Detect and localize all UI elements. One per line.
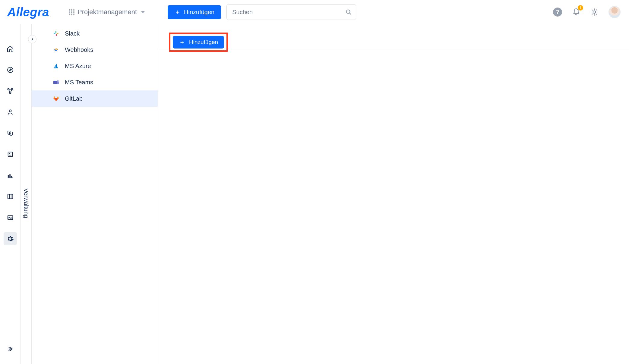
integrations-sidebar: Slack Webhooks MS Azure T MS Teams GitLa… — [31, 24, 158, 364]
kanban-icon — [7, 193, 14, 200]
rail-network[interactable] — [4, 84, 17, 98]
sidebar-item-slack[interactable]: Slack — [32, 25, 158, 42]
svg-marker-12 — [9, 69, 11, 71]
svg-point-36 — [57, 80, 59, 82]
rail-user[interactable] — [4, 105, 17, 119]
chevrons-right-icon — [7, 346, 14, 352]
nodes-icon — [7, 87, 14, 95]
sidebar-item-msazure[interactable]: MS Azure — [32, 58, 158, 74]
svg-line-1 — [349, 13, 351, 14]
header-add-button[interactable]: ＋ Hinzufügen — [168, 5, 221, 19]
sidebar-item-label: Slack — [65, 30, 80, 37]
panel-title-container: Verwaltung — [21, 24, 31, 364]
person-icon — [7, 108, 14, 116]
home-icon — [7, 45, 14, 52]
notifications-button[interactable]: 1 — [571, 7, 581, 17]
gitlab-icon — [52, 95, 60, 102]
main-add-label: Hinzufügen — [189, 39, 218, 46]
sidebar-item-label: MS Teams — [65, 79, 93, 86]
sidebar-item-label: Webhooks — [65, 46, 93, 53]
help-button[interactable]: ? — [552, 6, 563, 18]
sidebar-item-webhooks[interactable]: Webhooks — [32, 42, 158, 58]
sidebar-item-label: GitLab — [65, 95, 83, 102]
rail-chart[interactable] — [4, 169, 17, 182]
module-switcher-label: Projektmanagement — [77, 8, 137, 16]
webhooks-icon — [52, 46, 60, 54]
svg-line-7 — [592, 10, 593, 10]
svg-rect-23 — [8, 177, 13, 178]
msteams-icon: T — [52, 78, 60, 86]
search-container — [226, 4, 356, 20]
bar-chart-icon — [7, 172, 14, 179]
svg-rect-29 — [55, 31, 56, 33]
svg-rect-31 — [56, 34, 57, 36]
rail-home[interactable] — [4, 42, 17, 55]
search-input[interactable] — [226, 4, 356, 20]
rail-expand[interactable] — [4, 342, 17, 356]
plus-icon: ＋ — [174, 9, 181, 15]
image-icon — [7, 214, 14, 221]
avatar — [608, 6, 621, 18]
theme-toggle-button[interactable] — [589, 7, 599, 17]
svg-point-16 — [9, 110, 11, 112]
chevron-down-icon — [141, 11, 145, 13]
svg-line-10 — [596, 10, 597, 10]
compass-icon — [7, 66, 14, 74]
header-actions: ? 1 — [552, 5, 622, 19]
svg-point-2 — [593, 11, 596, 14]
rail-board[interactable] — [4, 190, 17, 203]
svg-rect-24 — [8, 194, 13, 199]
help-icon: ? — [553, 8, 562, 17]
svg-marker-41 — [57, 96, 59, 98]
svg-rect-20 — [8, 175, 9, 177]
theater-icon — [7, 130, 14, 137]
user-avatar-button[interactable] — [607, 5, 622, 19]
annotation-highlight: ＋ Hinzufügen — [169, 33, 228, 52]
apps-grid-icon — [69, 9, 74, 15]
notification-badge: 1 — [578, 5, 583, 11]
logo-text: Allegra — [7, 5, 49, 19]
sidebar-item-msteams[interactable]: T MS Teams — [32, 74, 158, 90]
svg-rect-37 — [57, 82, 59, 84]
svg-rect-17 — [8, 152, 13, 157]
module-switcher[interactable]: Projektmanagement — [69, 8, 145, 16]
panel-collapse-toggle[interactable] — [28, 35, 36, 43]
main-content: ＋ Hinzufügen — [158, 24, 629, 364]
svg-rect-30 — [57, 33, 58, 34]
chevron-right-icon — [30, 37, 34, 41]
svg-marker-40 — [53, 96, 55, 98]
svg-rect-22 — [11, 176, 12, 178]
sidebar-item-gitlab[interactable]: GitLab — [32, 90, 158, 107]
header-add-label: Hinzufügen — [184, 9, 214, 16]
svg-text:T: T — [54, 81, 56, 84]
svg-line-8 — [596, 14, 597, 14]
rail-form[interactable] — [4, 148, 17, 161]
sun-icon — [590, 8, 598, 16]
svg-rect-28 — [54, 33, 55, 34]
form-icon — [7, 151, 14, 158]
nav-rail — [0, 24, 21, 364]
svg-rect-21 — [9, 174, 11, 177]
main-add-button[interactable]: ＋ Hinzufügen — [173, 36, 224, 49]
azure-icon — [52, 62, 60, 70]
search-icon — [345, 9, 352, 15]
app-logo: Allegra — [7, 5, 49, 19]
rail-image[interactable] — [4, 211, 17, 224]
app-body: Verwaltung Slack Webhooks MS Azure T MS — [0, 24, 629, 364]
rail-masks[interactable] — [4, 127, 17, 140]
plus-icon: ＋ — [179, 39, 185, 46]
sidebar-item-label: MS Azure — [65, 63, 91, 70]
rail-settings[interactable] — [4, 232, 17, 245]
app-header: Allegra Projektmanagement ＋ Hinzufügen ?… — [0, 0, 629, 24]
gear-icon — [7, 235, 14, 242]
panel-title: Verwaltung — [23, 188, 30, 218]
slack-icon — [52, 30, 60, 37]
svg-line-9 — [592, 14, 593, 14]
content-divider — [158, 50, 629, 50]
rail-explore[interactable] — [4, 63, 17, 77]
